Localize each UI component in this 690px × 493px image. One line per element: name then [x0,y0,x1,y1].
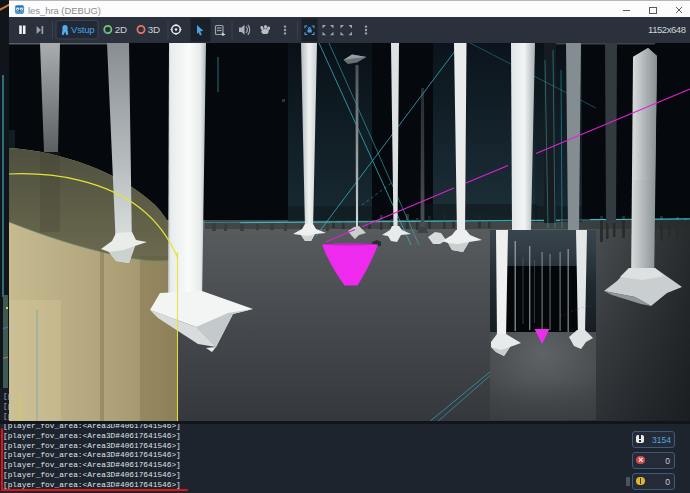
svg-text:Vstup: Vstup [71,24,94,35]
svg-text:3D: 3D [148,24,160,35]
svg-text:1152x648: 1152x648 [648,24,686,35]
svg-text:2D: 2D [115,24,127,35]
